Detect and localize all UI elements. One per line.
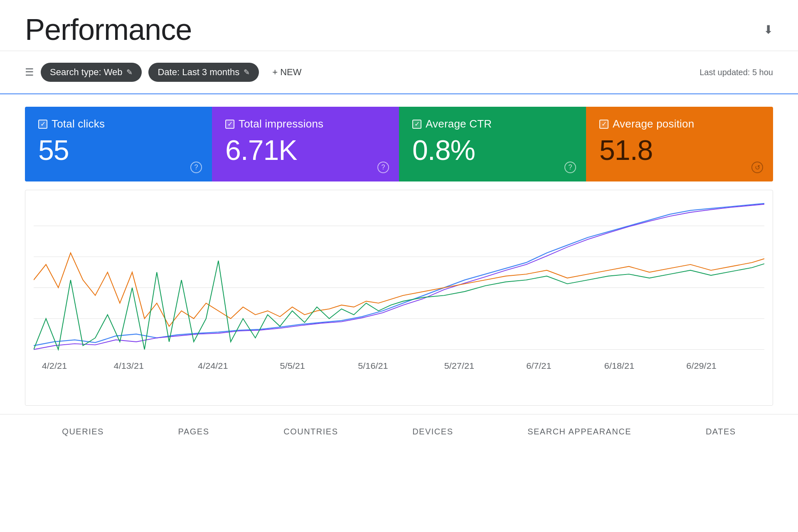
svg-text:4/2/21: 4/2/21	[42, 361, 67, 370]
metrics-row: ✓ Total clicks 55 ? ✓ Total impressions …	[25, 107, 773, 181]
clicks-label: Total clicks	[52, 118, 105, 130]
tab-pages[interactable]: PAGES	[178, 427, 209, 444]
tab-dates[interactable]: DATES	[706, 427, 736, 444]
metric-impressions-label-row: ✓ Total impressions	[225, 118, 386, 130]
clicks-value: 55	[38, 135, 199, 166]
impressions-value: 6.71K	[225, 135, 386, 166]
svg-text:4/24/21: 4/24/21	[198, 361, 228, 370]
svg-text:6/29/21: 6/29/21	[686, 361, 716, 370]
svg-text:6/7/21: 6/7/21	[526, 361, 551, 370]
svg-text:5/16/21: 5/16/21	[358, 361, 388, 370]
edit-search-type-icon: ✎	[126, 68, 133, 77]
page-title: Performance	[25, 12, 192, 47]
date-filter-button[interactable]: Date: Last 3 months ✎	[148, 63, 259, 82]
header: Performance ⬇	[0, 0, 798, 51]
ctr-value: 0.8%	[412, 135, 573, 166]
position-help-icon[interactable]: ↺	[751, 162, 763, 173]
svg-text:5/5/21: 5/5/21	[280, 361, 305, 370]
ctr-label: Average CTR	[426, 118, 492, 130]
edit-date-icon: ✎	[244, 68, 250, 77]
position-label: Average position	[613, 118, 694, 130]
metric-clicks-label-row: ✓ Total clicks	[38, 118, 199, 130]
impressions-label: Total impressions	[239, 118, 323, 130]
search-type-button[interactable]: Search type: Web ✎	[41, 63, 142, 82]
new-label: NEW	[280, 67, 301, 78]
search-type-label: Search type: Web	[50, 67, 122, 78]
date-label: Date: Last 3 months	[158, 67, 239, 78]
metric-card-clicks[interactable]: ✓ Total clicks 55 ?	[25, 107, 212, 181]
bottom-tabs: QUERIES PAGES COUNTRIES DEVICES SEARCH A…	[0, 414, 798, 444]
clicks-checkbox[interactable]: ✓	[38, 120, 47, 129]
svg-text:6/18/21: 6/18/21	[604, 361, 634, 370]
ctr-checkbox[interactable]: ✓	[412, 120, 421, 129]
download-icon[interactable]: ⬇	[764, 23, 773, 37]
svg-text:4/13/21: 4/13/21	[114, 361, 144, 370]
impressions-help-icon[interactable]: ?	[377, 162, 389, 173]
tab-queries[interactable]: QUERIES	[62, 427, 104, 444]
toolbar: ☰ Search type: Web ✎ Date: Last 3 months…	[0, 51, 798, 94]
tab-devices[interactable]: DEVICES	[412, 427, 453, 444]
metric-ctr-label-row: ✓ Average CTR	[412, 118, 573, 130]
chart-area: 4/2/21 4/13/21 4/24/21 5/5/21 5/16/21 5/…	[25, 190, 773, 406]
plus-icon: +	[272, 67, 278, 78]
svg-text:5/27/21: 5/27/21	[444, 361, 474, 370]
position-value: 51.8	[599, 135, 760, 166]
new-button[interactable]: + NEW	[266, 63, 308, 82]
metric-position-label-row: ✓ Average position	[599, 118, 760, 130]
metric-card-position[interactable]: ✓ Average position 51.8 ↺	[586, 107, 773, 181]
last-updated-text: Last updated: 5 hou	[699, 68, 773, 77]
tab-countries[interactable]: COUNTRIES	[283, 427, 338, 444]
impressions-checkbox[interactable]: ✓	[225, 120, 234, 129]
metric-card-impressions[interactable]: ✓ Total impressions 6.71K ?	[212, 107, 399, 181]
filter-icon[interactable]: ☰	[25, 66, 34, 78]
performance-chart: 4/2/21 4/13/21 4/24/21 5/5/21 5/16/21 5/…	[34, 203, 764, 380]
metric-card-ctr[interactable]: ✓ Average CTR 0.8% ?	[399, 107, 586, 181]
page-wrapper: Performance ⬇ ☰ Search type: Web ✎ Date:…	[0, 0, 798, 532]
position-checkbox[interactable]: ✓	[599, 120, 608, 129]
ctr-help-icon[interactable]: ?	[564, 162, 576, 173]
clicks-help-icon[interactable]: ?	[190, 162, 202, 173]
tab-search-appearance[interactable]: SEARCH APPEARANCE	[527, 427, 631, 444]
